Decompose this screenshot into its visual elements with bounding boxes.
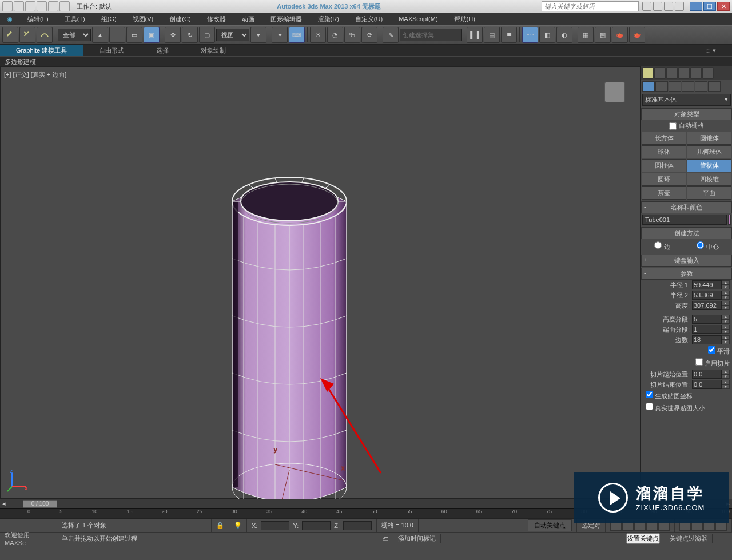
menu-help[interactable]: 帮助(H) xyxy=(446,13,483,25)
qat-link-icon[interactable] xyxy=(59,1,70,11)
help-search-input[interactable] xyxy=(542,1,639,11)
app-menu-icon[interactable]: ◉ xyxy=(0,13,19,25)
curve-editor-icon[interactable]: 〰 xyxy=(522,27,538,43)
material-editor-icon[interactable]: ◐ xyxy=(556,27,572,43)
gen-uv-checkbox[interactable] xyxy=(646,391,653,398)
rect-region-icon[interactable]: ▭ xyxy=(126,27,142,43)
mirror-icon[interactable]: ▌▐ xyxy=(467,27,483,43)
object-name-input[interactable] xyxy=(642,215,727,225)
named-selection-set[interactable] xyxy=(400,29,462,41)
z-input[interactable] xyxy=(343,521,372,530)
shade3-icon[interactable] xyxy=(678,67,690,79)
btn-sphere[interactable]: 球体 xyxy=(642,145,686,158)
tab-selection[interactable]: 选择 xyxy=(140,45,185,56)
schematic-view-icon[interactable]: ◧ xyxy=(539,27,555,43)
down-icon[interactable]: ▼ xyxy=(722,285,730,289)
slice-from-spinner[interactable] xyxy=(692,370,722,379)
keyboard-shortcut-icon[interactable]: ⌨ xyxy=(289,27,305,43)
tab-hierarchy-icon[interactable] xyxy=(669,81,681,92)
menu-group[interactable]: 组(G) xyxy=(93,13,125,25)
snap-toggle-icon[interactable]: 3 xyxy=(310,27,326,43)
tab-object-paint[interactable]: 对象绘制 xyxy=(185,45,242,56)
qat-new-icon[interactable] xyxy=(2,1,13,11)
favorite-icon[interactable] xyxy=(664,2,673,11)
minimize-button[interactable]: — xyxy=(690,2,702,11)
viewport[interactable]: [+] [正交] [真实 + 边面] xyxy=(0,66,640,499)
ribbon-panel[interactable]: 多边形建模 xyxy=(0,56,732,66)
select-icon[interactable]: ▲ xyxy=(92,27,108,43)
menu-modifiers[interactable]: 修改器 xyxy=(199,13,234,25)
rollout-creation-method[interactable]: -创建方法 xyxy=(641,227,732,239)
rendered-frame-icon[interactable]: ▧ xyxy=(595,27,611,43)
radio-edge[interactable]: 边 xyxy=(654,241,670,251)
autogrid-checkbox[interactable] xyxy=(669,122,677,130)
shade1-icon[interactable] xyxy=(654,67,666,79)
category-dropdown[interactable]: 标准基本体▾ xyxy=(642,94,731,106)
sides-spinner[interactable] xyxy=(692,335,722,344)
menu-customize[interactable]: 自定义(U) xyxy=(347,13,391,25)
rollout-object-type[interactable]: -对象类型 xyxy=(641,108,732,120)
height-segs-spinner[interactable] xyxy=(692,315,722,324)
render-setup-icon[interactable]: ▦ xyxy=(578,27,594,43)
select-name-icon[interactable]: ☰ xyxy=(109,27,125,43)
tab-utilities-icon[interactable] xyxy=(708,81,721,92)
tab-display-icon[interactable] xyxy=(695,81,707,92)
color-swatch[interactable] xyxy=(728,215,731,225)
selection-filter[interactable]: 全部 xyxy=(58,29,91,41)
menu-rendering[interactable]: 渲染(R) xyxy=(310,13,347,25)
spinner-snap-icon[interactable]: ⟳ xyxy=(361,27,377,43)
slice-on-checkbox[interactable] xyxy=(695,358,703,366)
toolbox-icon[interactable] xyxy=(642,2,651,11)
menu-graph-editors[interactable]: 图形编辑器 xyxy=(262,13,310,25)
link-icon[interactable] xyxy=(2,27,18,43)
ribbon-toggle-icon[interactable]: ☼ ▾ xyxy=(689,45,732,56)
percent-snap-icon[interactable]: % xyxy=(344,27,360,43)
x-input[interactable] xyxy=(261,521,289,530)
up-icon[interactable]: ▲ xyxy=(722,280,730,285)
bind-icon[interactable] xyxy=(37,27,53,43)
tab-motion-icon[interactable] xyxy=(682,81,694,92)
tab-create-icon[interactable] xyxy=(642,81,655,92)
workspace-selector[interactable]: 工作台: 默认 xyxy=(72,2,116,11)
shade5-icon[interactable] xyxy=(702,67,714,79)
autokey-button[interactable]: 自动关键点 xyxy=(528,519,572,531)
radio-center[interactable]: 中心 xyxy=(697,241,718,251)
btn-box[interactable]: 长方体 xyxy=(642,132,686,145)
named-sel-edit-icon[interactable]: ✎ xyxy=(383,27,399,43)
shade2-icon[interactable] xyxy=(666,67,678,79)
render-icon[interactable]: 🫖 xyxy=(612,27,628,43)
qat-open-icon[interactable] xyxy=(14,1,24,11)
rotate-icon[interactable]: ↻ xyxy=(182,27,198,43)
tag-icon[interactable]: 🏷 xyxy=(377,535,393,542)
qat-undo-icon[interactable] xyxy=(37,1,47,11)
menu-maxscript[interactable]: MAXScript(M) xyxy=(391,13,445,25)
shade4-icon[interactable] xyxy=(690,67,702,79)
btn-pyramid[interactable]: 四棱锥 xyxy=(687,173,731,186)
qat-redo-icon[interactable] xyxy=(48,1,58,11)
angle-snap-icon[interactable]: ◔ xyxy=(327,27,343,43)
menu-edit[interactable]: 编辑(E) xyxy=(19,13,57,25)
radius1-spinner[interactable] xyxy=(692,280,722,289)
rollout-parameters[interactable]: -参数 xyxy=(641,268,732,280)
maximize-button[interactable]: ☐ xyxy=(703,2,716,11)
menu-animation[interactable]: 动画 xyxy=(234,13,262,25)
time-slider-handle[interactable]: 0 / 100 xyxy=(23,500,57,508)
btn-plane[interactable]: 平面 xyxy=(687,186,731,200)
btn-teapot[interactable]: 茶壶 xyxy=(642,186,686,200)
move-icon[interactable]: ✥ xyxy=(165,27,181,43)
pivot-icon[interactable]: ▾ xyxy=(250,27,266,43)
ref-coord-system[interactable]: 视图 xyxy=(216,29,249,41)
exchange-icon[interactable] xyxy=(653,2,662,11)
menu-create[interactable]: 创建(C) xyxy=(161,13,198,25)
btn-geosphere[interactable]: 几何球体 xyxy=(687,145,731,158)
tab-freeform[interactable]: 自由形式 xyxy=(83,45,140,56)
scale-icon[interactable]: ▢ xyxy=(199,27,215,43)
key-filters[interactable]: 关键点过滤器 xyxy=(665,534,713,543)
tab-graphite[interactable]: Graphite 建模工具 xyxy=(0,45,83,56)
menu-view[interactable]: 视图(V) xyxy=(125,13,162,25)
rollout-name-color[interactable]: -名称和颜色 xyxy=(641,201,732,213)
y-input[interactable] xyxy=(302,521,331,530)
light-icon[interactable] xyxy=(642,67,654,79)
btn-torus[interactable]: 圆环 xyxy=(642,173,686,186)
height-spinner[interactable] xyxy=(692,301,722,310)
